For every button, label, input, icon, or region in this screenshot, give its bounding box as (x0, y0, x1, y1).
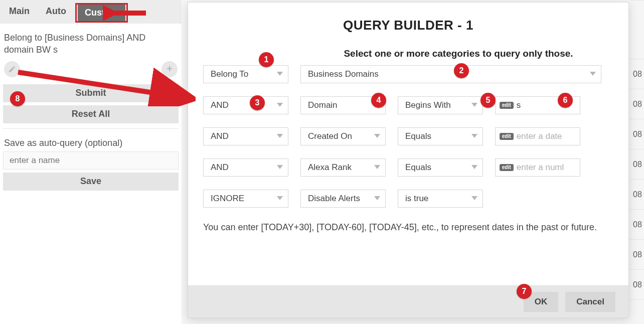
select-value: AND (211, 100, 229, 110)
dialog-footer: OK Cancel (188, 285, 628, 317)
add-query-icon[interactable]: + (162, 61, 178, 77)
svg-marker-6 (374, 134, 380, 138)
pencil-icon (8, 65, 16, 73)
condition-row-4: IGNORE Disable Alerts is true (203, 190, 613, 208)
annotation-badge: 6 (558, 93, 573, 108)
svg-marker-13 (471, 196, 477, 200)
cancel-button[interactable]: Cancel (565, 292, 615, 312)
chevron-down-icon (374, 196, 380, 201)
input-placeholder: enter a numl (517, 163, 564, 173)
bg-cell: 08 (630, 59, 644, 89)
save-button[interactable]: Save (3, 173, 179, 191)
svg-marker-0 (277, 72, 283, 76)
annotation-badge: 8 (10, 91, 25, 106)
annotation-badge: 2 (454, 63, 469, 78)
select-value: Alexa Rank (308, 163, 352, 173)
input-placeholder: enter a date (517, 131, 562, 141)
edit-chip-icon: edit (500, 133, 514, 140)
chevron-down-icon (277, 196, 283, 201)
chevron-down-icon (277, 134, 283, 139)
tab-main[interactable]: Main (2, 3, 37, 23)
input-value: s (517, 100, 521, 110)
tab-custom[interactable]: Custom (78, 5, 125, 21)
select-value: is true (405, 194, 428, 204)
tab-custom-highlight: Custom (75, 3, 128, 23)
chevron-down-icon (471, 165, 477, 170)
comparator-select[interactable]: Equals (398, 127, 483, 145)
svg-marker-11 (277, 196, 283, 200)
category-select[interactable]: Business Domains (300, 65, 601, 83)
edit-chip-icon: edit (500, 102, 514, 109)
edit-query-icon[interactable] (4, 61, 20, 77)
bg-cell: 08 (630, 210, 644, 240)
annotation-badge: 7 (517, 284, 532, 299)
annotation-badge: 3 (250, 95, 265, 110)
svg-marker-7 (471, 134, 477, 138)
save-as-label: Save as auto-query (optional) (0, 138, 182, 151)
bg-cell: 08 (630, 180, 644, 210)
select-value: Equals (405, 131, 431, 141)
condition-row-0: Belong To Business Domains (203, 65, 613, 83)
svg-marker-1 (590, 72, 596, 76)
condition-row-3: AND Alexa Rank Equals edit enter a numl (203, 158, 613, 177)
bg-cell: 08 (630, 270, 644, 300)
reset-button[interactable]: Reset All (3, 105, 179, 123)
bg-cell: 08 (630, 89, 644, 119)
select-value: Created On (308, 131, 352, 141)
tab-auto[interactable]: Auto (39, 3, 73, 23)
bg-cell: 08 (630, 119, 644, 149)
select-value: AND (211, 131, 229, 141)
select-value: IGNORE (211, 194, 244, 204)
chevron-down-icon (374, 134, 380, 139)
background-rows: 08 08 08 08 08 08 08 08 (630, 0, 644, 324)
bg-cell: 08 (630, 240, 644, 270)
dialog-subheader: Select one or more categories to query o… (303, 48, 613, 59)
bool-select[interactable]: AND (203, 158, 288, 177)
edit-chip-icon: edit (500, 164, 514, 171)
select-value: Begins With (405, 100, 451, 110)
chevron-down-icon (374, 165, 380, 170)
divider (3, 128, 179, 129)
svg-marker-10 (471, 165, 477, 169)
svg-marker-12 (374, 196, 380, 200)
comparator-select[interactable]: is true (398, 190, 483, 208)
chevron-down-icon (277, 103, 283, 108)
comparator-select[interactable]: Begins With (398, 96, 483, 114)
svg-marker-9 (374, 165, 380, 169)
svg-marker-4 (471, 103, 477, 107)
chevron-down-icon (590, 72, 596, 77)
bool-select[interactable]: AND (203, 96, 288, 114)
select-value: Equals (405, 163, 431, 173)
field-select[interactable]: Disable Alerts (300, 190, 386, 208)
svg-marker-2 (277, 103, 283, 107)
submit-button[interactable]: Submit (3, 84, 179, 102)
query-builder-dialog: QUERY BUILDER - 1 Select one or more cat… (188, 2, 629, 318)
value-input-date[interactable]: edit enter a date (495, 127, 580, 145)
chevron-down-icon (277, 72, 283, 77)
date-hint: You can enter [TODAY+30], [TODAY-60], [T… (203, 221, 613, 234)
field-select[interactable]: Alexa Rank (300, 158, 386, 177)
value-input-number[interactable]: edit enter a numl (495, 158, 580, 177)
bool-select[interactable]: AND (203, 127, 288, 145)
belong-to-select[interactable]: Belong To (203, 65, 288, 83)
tabs: Main Auto Custom (0, 0, 182, 24)
comparator-select[interactable]: Equals (398, 158, 483, 177)
auto-query-name-input[interactable] (3, 151, 179, 170)
query-summary: Belong to [Business Domains] AND domain … (0, 24, 182, 61)
annotation-badge: 5 (480, 93, 496, 108)
bool-select[interactable]: IGNORE (203, 190, 288, 208)
select-value: Belong To (211, 69, 248, 79)
condition-row-2: AND Created On Equals edit enter a date (203, 127, 613, 145)
chevron-down-icon (277, 165, 283, 170)
svg-marker-5 (277, 134, 283, 138)
chevron-down-icon (471, 103, 477, 108)
chevron-down-icon (471, 196, 477, 201)
annotation-badge: 4 (371, 93, 386, 108)
chevron-down-icon (471, 134, 477, 139)
field-select[interactable]: Created On (300, 127, 386, 145)
select-value: AND (211, 163, 229, 173)
icon-row: + (0, 61, 182, 84)
dialog-body: Select one or more categories to query o… (188, 33, 628, 234)
svg-marker-8 (277, 165, 283, 169)
annotation-badge: 1 (259, 52, 274, 67)
